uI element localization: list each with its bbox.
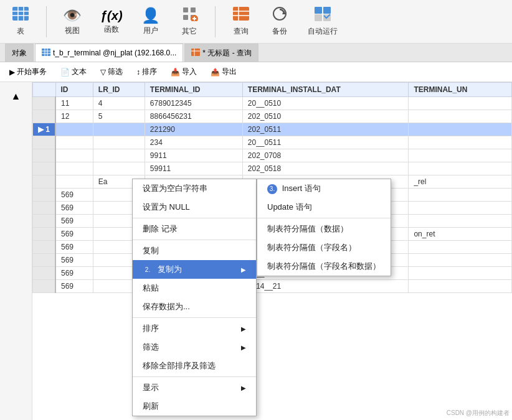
cell-terminal-un[interactable]: on_ret xyxy=(409,228,512,241)
cell-terminal-un[interactable] xyxy=(409,189,512,202)
ctx-remove-sort-filter[interactable]: 移除全部排序及筛选 xyxy=(133,357,256,375)
cell-id[interactable] xyxy=(55,123,93,136)
ctx-sort-label: 排序 xyxy=(143,323,159,334)
cell-id[interactable]: 569 xyxy=(55,228,93,241)
cell-install-date[interactable]: 202_0510 xyxy=(242,110,409,123)
cell-lr-id[interactable] xyxy=(93,149,145,162)
cell-terminal-un[interactable] xyxy=(409,241,512,254)
cell-terminal-un[interactable] xyxy=(409,149,512,162)
table-row[interactable]: 9911 202_0708 xyxy=(33,149,512,162)
cell-lr-id[interactable]: 4 xyxy=(93,97,145,110)
col-terminal-install-date[interactable]: TERMINAL_INSTALL_DAT xyxy=(242,83,409,97)
ctx-copy[interactable]: 复制 xyxy=(133,241,256,260)
tab-objects[interactable]: 对象 xyxy=(5,44,34,62)
toolbar-function[interactable]: ƒ(x) 函数 xyxy=(95,6,128,37)
cell-id[interactable]: 569 xyxy=(55,254,93,267)
ctx-refresh[interactable]: 刷新 xyxy=(133,397,256,416)
submenu-tab-data[interactable]: 制表符分隔值（数据） xyxy=(257,220,391,238)
ctx-set-null[interactable]: 设置为 NULL xyxy=(133,198,256,217)
table-row[interactable]: 11 4 6789012345 20__0510 xyxy=(33,97,512,110)
cell-terminal-un[interactable] xyxy=(409,136,512,149)
cell-terminal-un[interactable] xyxy=(409,202,512,215)
tab-table1[interactable]: t_b_r_terminal @nj_plat (192.168.0... xyxy=(35,44,183,62)
table-row[interactable]: 59911 202_0518 xyxy=(33,162,512,175)
cell-id[interactable]: 569 xyxy=(55,280,93,293)
cell-terminal-id[interactable]: 8866456231 xyxy=(145,110,242,123)
import-button[interactable]: 📥 导入 xyxy=(165,64,202,80)
ctx-filter[interactable]: 筛选 ▶ xyxy=(133,338,256,357)
cell-terminal-un[interactable] xyxy=(409,110,512,123)
table-row[interactable]: 569 0019 2014__21 xyxy=(33,280,512,293)
cell-id[interactable] xyxy=(55,162,93,175)
toolbar-autorun[interactable]: 自动运行 xyxy=(303,4,343,39)
cell-terminal-un[interactable] xyxy=(409,267,512,280)
cell-terminal-un[interactable] xyxy=(409,280,512,293)
submenu-update-stmt[interactable]: Update 语句 xyxy=(257,198,391,217)
cell-id[interactable]: 569 xyxy=(55,241,93,254)
cell-terminal-un[interactable]: _rel xyxy=(409,175,512,189)
cell-id[interactable]: 12 xyxy=(55,110,93,123)
cell-id[interactable]: 569 xyxy=(55,215,93,228)
cell-id[interactable] xyxy=(55,149,93,162)
ctx-display[interactable]: 显示 ▶ xyxy=(133,378,256,397)
cell-id[interactable]: 11 xyxy=(55,97,93,110)
cell-terminal-id[interactable]: 234 xyxy=(145,136,242,149)
cell-terminal-un[interactable] xyxy=(409,97,512,110)
ctx-paste[interactable]: 粘贴 xyxy=(133,279,256,297)
cell-terminal-id[interactable]: 59911 xyxy=(145,162,242,175)
row-num xyxy=(33,97,56,110)
begin-tx-button[interactable]: ▶ 开始事务 xyxy=(4,64,52,80)
col-terminal-un[interactable]: TERMINAL_UN xyxy=(409,83,512,97)
cell-terminal-id[interactable]: 6789012345 xyxy=(145,97,242,110)
sidebar-collapse-btn[interactable]: ▲ xyxy=(7,87,26,106)
ctx-sort[interactable]: 排序 ▶ xyxy=(133,319,256,338)
toolbar-other[interactable]: 其它 xyxy=(174,4,205,39)
table-row-selected[interactable]: ▶ 1 221290 202_0511 xyxy=(33,123,512,136)
filter-button[interactable]: ▽ 筛选 xyxy=(95,64,128,80)
ctx-save-data[interactable]: 保存数据为... xyxy=(133,297,256,316)
text-button[interactable]: 📄 文本 xyxy=(55,64,92,80)
submenu-tab-field[interactable]: 制表符分隔值（字段名） xyxy=(257,238,391,257)
cell-terminal-un[interactable] xyxy=(409,215,512,228)
col-id[interactable]: ID xyxy=(55,83,93,97)
tab-query1[interactable]: * 无标题 - 查询 xyxy=(184,44,258,62)
col-terminal-id[interactable]: TERMINAL_ID xyxy=(145,83,242,97)
export-button[interactable]: 📤 导出 xyxy=(205,64,242,80)
toolbar-user[interactable]: 👤 用户 xyxy=(135,4,166,39)
cell-lr-id[interactable]: 5 xyxy=(93,110,145,123)
cell-terminal-un[interactable] xyxy=(409,254,512,267)
ctx-delete-record[interactable]: 删除 记录 xyxy=(133,220,256,238)
cell-terminal-id[interactable]: 221290 xyxy=(145,123,242,136)
cell-id[interactable]: 569 xyxy=(55,202,93,215)
toolbar-query[interactable]: 查询 xyxy=(225,4,257,39)
cell-install-date[interactable]: 202_0708 xyxy=(242,149,409,162)
col-lr-id[interactable]: LR_ID xyxy=(93,83,145,97)
cell-install-date[interactable]: 202_0518 xyxy=(242,162,409,175)
cell-lr-id[interactable] xyxy=(93,136,145,149)
cell-terminal-un[interactable] xyxy=(409,123,512,136)
toolbar-backup[interactable]: 备份 xyxy=(264,4,295,39)
table-row[interactable]: 12 5 8866456231 202_0510 xyxy=(33,110,512,123)
cell-lr-id[interactable] xyxy=(93,162,145,175)
cell-install-date[interactable]: 20__0511 xyxy=(242,136,409,149)
cell-id[interactable] xyxy=(55,175,93,189)
cell-install-date[interactable]: 2014__21 xyxy=(242,280,409,293)
cell-id[interactable]: 569 xyxy=(55,267,93,280)
table-row[interactable]: 234 20__0511 xyxy=(33,136,512,149)
toolbar-table[interactable]: 表 xyxy=(5,4,36,39)
ctx-set-empty[interactable]: 设置为空白字符串 xyxy=(133,179,256,198)
ctx-copy-as[interactable]: 2. 复制为 ▶ xyxy=(133,260,256,279)
cell-lr-id[interactable] xyxy=(93,123,145,136)
cell-install-date[interactable]: 20__0510 xyxy=(242,97,409,110)
other-icon xyxy=(181,6,198,25)
toolbar-view[interactable]: 👁️ 视图 xyxy=(57,4,88,39)
cell-terminal-id[interactable]: 9911 xyxy=(145,149,242,162)
submenu-insert-stmt[interactable]: 3. Insert 语句 xyxy=(257,179,391,198)
cell-id[interactable]: 569 xyxy=(55,189,93,202)
sort-button[interactable]: ↕ 排序 xyxy=(131,64,163,80)
cell-id[interactable] xyxy=(55,136,93,149)
tab-table1-icon xyxy=(42,48,50,58)
cell-install-date[interactable]: 202_0511 xyxy=(242,123,409,136)
cell-terminal-un[interactable] xyxy=(409,162,512,175)
submenu-tab-both[interactable]: 制表符分隔值（字段名和数据） xyxy=(257,257,391,276)
